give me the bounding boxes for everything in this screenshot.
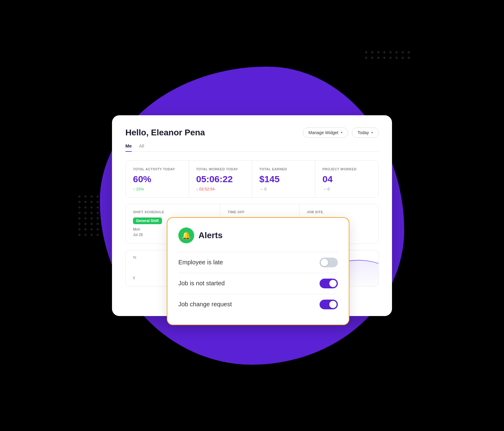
job-site-label: JOB SITE [307,210,371,214]
today-button[interactable]: Today ▾ [352,127,379,138]
stats-grid: TOTAL ACTIVITY TODAY 60% ↑ 15% TOTAL WOR… [125,160,379,198]
greeting-text: Hello, Eleanor Pena [125,128,205,137]
stat-project-change: → 0 [323,187,371,191]
bell-icon-circle: 🔔 [178,228,194,243]
stat-worked-change: ↓ 03:52:54 [196,187,245,191]
alert-job-not-started-toggle[interactable] [320,279,338,288]
alert-job-change-text: Job change request [178,301,232,308]
shift-label: SHIFT SCHEDULE [133,210,213,214]
today-label: Today [358,130,369,135]
tab-all[interactable]: All [139,143,144,151]
alerts-title: Alerts [198,231,222,240]
dot-grid-left [79,196,99,236]
alert-row-job-not-started: Job is not started [178,273,338,294]
dot-grid-top-right [365,51,410,59]
shift-badge: General Shift [133,217,162,224]
alert-row-employee-late: Employee is late [178,252,338,273]
alert-employee-late-text: Employee is late [178,259,223,266]
alerts-popup: 🔔 Alerts Employee is late Job is not sta… [167,217,349,325]
stat-activity-change: ↑ 15% [133,187,181,191]
dashboard-card: Hello, Eleanor Pena Manage Widget ▾ Toda… [112,115,392,316]
alert-row-job-change: Job change request [178,294,338,315]
stat-worked-value: 05:06:22 [196,174,245,184]
toggle-slider-on-1 [320,279,338,288]
alert-job-not-started-text: Job is not started [178,280,225,287]
time-off-label: TIME OFF [228,210,292,214]
tab-me[interactable]: Me [125,143,132,151]
toggle-slider-off [320,258,338,267]
stat-worked-label: TOTAL WORKED TODAY [196,167,245,171]
stat-project-value: 04 [323,174,371,184]
card-header: Hello, Eleanor Pena Manage Widget ▾ Toda… [125,127,379,138]
stat-project-label: PROJECT WORKED [323,167,371,171]
stat-project-worked: PROJECT WORKED 04 → 0 [315,161,379,197]
toggle-slider-on-2 [320,300,338,309]
stat-total-earned: TOTAL EARNED $145 → 0 [252,161,315,197]
header-actions: Manage Widget ▾ Today ▾ [303,127,379,138]
chevron-down-icon: ▾ [341,131,342,134]
alert-employee-late-toggle[interactable] [320,258,338,267]
manage-widget-label: Manage Widget [309,130,338,135]
stat-activity-value: 60% [133,174,181,184]
alerts-header: 🔔 Alerts [178,228,338,243]
stat-total-activity: TOTAL ACTIVITY TODAY 60% ↑ 15% [126,161,189,197]
bell-icon: 🔔 [182,231,191,240]
stat-activity-label: TOTAL ACTIVITY TODAY [133,167,181,171]
chart-y-label: 8 [133,276,135,280]
alert-job-change-toggle[interactable] [320,300,338,309]
stat-total-worked: TOTAL WORKED TODAY 05:06:22 ↓ 03:52:54 [189,161,252,197]
stat-earned-change: → 0 [259,187,308,191]
stat-earned-value: $145 [259,174,308,184]
chevron-down-icon-2: ▾ [371,131,373,134]
stat-earned-label: TOTAL EARNED [259,167,308,171]
manage-widget-button[interactable]: Manage Widget ▾ [303,127,348,138]
tabs: Me All [125,143,379,152]
